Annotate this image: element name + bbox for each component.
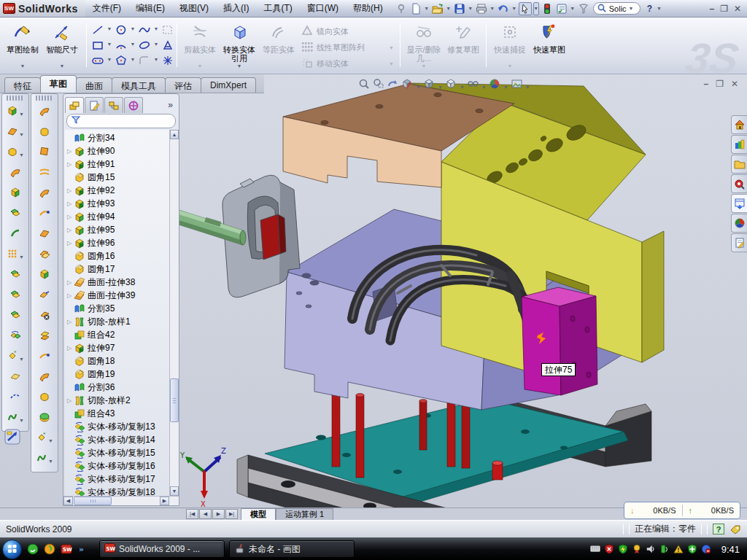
tree-item-label[interactable]: 圆角15 — [88, 171, 115, 184]
chevron-down-icon[interactable]: ▼ — [153, 37, 159, 50]
tree-item-label[interactable]: 实体-移动/复制14 — [88, 434, 155, 446]
hide-show-items-icon[interactable] — [467, 77, 479, 93]
updates-icon[interactable] — [701, 544, 711, 554]
tree-item[interactable]: 圆角16 — [65, 249, 169, 262]
rectangle-icon[interactable] — [89, 37, 107, 52]
trim-surface-icon[interactable] — [39, 350, 50, 365]
chevron-down-icon[interactable]: ▼ — [481, 79, 487, 92]
graphics-area[interactable]: Y Z X ▼▼▼▼▼▼ – ❐ ✕ ▼▼▼▼*▼▼ *▼▼ » 分割34▷拉伸… — [0, 74, 747, 508]
chevron-down-icon[interactable]: ▼ — [460, 79, 465, 92]
quick-snaps-button[interactable]: 快速捕捉 ▼ — [490, 20, 530, 70]
circle-icon[interactable] — [112, 22, 130, 37]
chevron-down-icon[interactable]: ▼ — [438, 79, 443, 92]
linear-pattern-icon[interactable] — [7, 248, 18, 262]
chevron-down-icon[interactable]: ▼ — [629, 6, 634, 11]
tree-horizontal-scrollbar[interactable]: ◀ ▶ — [63, 496, 179, 505]
wrap-icon[interactable] — [9, 228, 21, 242]
tree-item-label[interactable]: 拉伸97 — [88, 342, 115, 354]
scrollbar-thumb[interactable] — [74, 497, 112, 505]
chevron-down-icon[interactable]: ▼ — [20, 63, 26, 69]
print-icon[interactable] — [475, 2, 488, 15]
extruded-surface-icon[interactable] — [39, 146, 50, 160]
model-magenta-block[interactable] — [522, 287, 597, 395]
model-3d-view[interactable]: Y Z X — [179, 74, 747, 508]
volume-icon[interactable] — [646, 544, 656, 554]
minimize-button[interactable]: – — [709, 4, 714, 14]
chevron-down-icon[interactable]: ▼ — [130, 52, 136, 66]
move-entities-button[interactable]: 移动实体 ▼ — [301, 55, 394, 71]
doc-close-button[interactable]: ✕ — [731, 79, 738, 89]
reference-plane-icon[interactable] — [9, 370, 21, 385]
fetion-icon[interactable] — [43, 543, 55, 556]
tree-item[interactable]: 实体-移动/复制17 — [65, 472, 169, 486]
taskbar-clock[interactable]: 9:41 — [721, 544, 747, 555]
helix-icon[interactable] — [7, 411, 18, 426]
tab-评估[interactable]: 评估 — [165, 77, 201, 93]
undo-icon[interactable] — [497, 2, 510, 15]
featuremanager-tab[interactable] — [65, 97, 84, 113]
boundary-surface-icon[interactable] — [39, 166, 50, 181]
chevron-down-icon[interactable]: ▼ — [468, 2, 473, 15]
scroll-left-icon[interactable]: ◀ — [63, 497, 73, 505]
next-tab-icon[interactable]: ▶ — [212, 509, 225, 519]
panel-overflow-button[interactable]: » — [168, 100, 177, 113]
custom-properties-icon[interactable] — [731, 233, 747, 252]
tree-item-label[interactable]: 圆角16 — [88, 250, 115, 262]
extruded-cut-icon[interactable] — [7, 125, 18, 140]
shell-icon[interactable] — [9, 187, 21, 201]
select-cursor-icon[interactable] — [519, 2, 532, 15]
chevron-down-icon[interactable]: ▼ — [19, 351, 24, 364]
save-icon[interactable] — [453, 2, 466, 15]
menu-4[interactable]: 工具(T) — [256, 0, 299, 17]
split-icon[interactable] — [9, 309, 21, 324]
tab-DimXpert[interactable]: DimXpert — [201, 77, 256, 93]
swept-cut-icon[interactable] — [9, 166, 21, 181]
chevron-down-icon[interactable]: ▼ — [107, 22, 112, 35]
tree-item-label[interactable]: 拉伸95 — [88, 224, 115, 236]
expand-icon[interactable]: ▷ — [65, 240, 74, 246]
restore-button[interactable]: ❐ — [720, 4, 728, 14]
menu-6[interactable]: 帮助(H) — [346, 0, 390, 17]
start-button[interactable] — [2, 540, 22, 559]
tree-item[interactable]: ▷曲面-拉伸38 — [65, 276, 169, 289]
instant3d-toggle-button[interactable] — [4, 429, 20, 448]
filter-icon[interactable] — [577, 2, 590, 15]
linear-sketch-pattern-button[interactable]: 线性草图阵列 ▼ — [301, 39, 394, 55]
extruded-boss-icon[interactable] — [7, 105, 18, 120]
scroll-up-icon[interactable]: ▲ — [170, 130, 179, 139]
menu-1[interactable]: 编辑(E) — [128, 0, 172, 17]
sketch-button[interactable]: 草图绘制 ▼ — [3, 20, 42, 70]
configurationmanager-tab[interactable] — [104, 97, 123, 113]
move-copy-body-icon[interactable] — [9, 330, 21, 344]
tree-item[interactable]: ▷拉伸90 — [65, 144, 169, 158]
tree-item[interactable]: ▷拉伸95 — [65, 223, 169, 236]
draft-icon[interactable] — [9, 207, 21, 222]
offset-surface-icon[interactable] — [39, 248, 50, 262]
expand-icon[interactable]: ▷ — [65, 187, 74, 194]
chevron-more-icon[interactable]: » — [77, 543, 89, 556]
view-orientation-icon[interactable] — [445, 77, 457, 93]
design-library-icon[interactable] — [731, 135, 747, 154]
propertymanager-tab[interactable] — [85, 97, 104, 113]
expand-icon[interactable]: ▷ — [65, 227, 74, 233]
tree-item[interactable]: 圆角18 — [65, 354, 169, 368]
chevron-down-icon[interactable]: ▼ — [446, 2, 452, 15]
pin-icon[interactable] — [395, 2, 408, 15]
section-view-icon[interactable] — [401, 77, 414, 93]
prev-tab-icon[interactable]: ◀ — [199, 509, 212, 519]
chevron-down-icon[interactable]: ▼ — [19, 126, 24, 139]
scene-icon[interactable] — [511, 77, 523, 93]
trim-entities-button[interactable]: 剪裁实体 ▼ — [180, 20, 220, 70]
tree-item[interactable]: 组合43 — [65, 407, 169, 420]
tree-item-label[interactable]: 切除-放样2 — [88, 394, 131, 407]
rapid-sketch-button[interactable]: 快速草图 — [530, 20, 569, 70]
tree-item[interactable]: ▷拉伸97 — [65, 341, 169, 354]
tree-item-label[interactable]: 分割34 — [88, 132, 115, 144]
rotate-view-icon[interactable] — [387, 77, 399, 93]
badge-icon[interactable] — [632, 544, 642, 554]
tab-特征[interactable]: 特征 — [4, 77, 41, 93]
tree-item-label[interactable]: 圆角18 — [88, 355, 115, 368]
tree-item-label[interactable]: 切除-放样1 — [88, 316, 131, 328]
revolved-surface-icon[interactable] — [39, 125, 50, 140]
chevron-down-icon[interactable]: ▼ — [503, 79, 508, 92]
